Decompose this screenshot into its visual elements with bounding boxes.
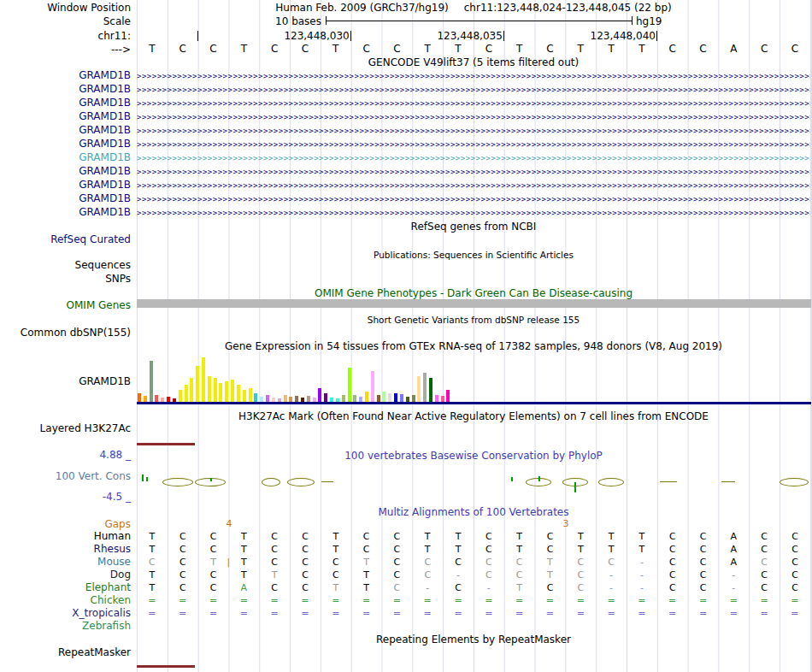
alignment-base bbox=[688, 620, 719, 633]
alignment-base: = bbox=[290, 607, 321, 620]
alignment-base: T bbox=[321, 543, 351, 556]
gene-transcript-row[interactable]: >>>>>>>>>>>>>>>>>>>>>>>>>>>>>>>>>>>>>>>>… bbox=[137, 110, 810, 124]
species-row-human: TCCTCCTCCTTCTCTTTCCACC bbox=[137, 530, 810, 543]
alignment-base: C bbox=[382, 569, 413, 581]
gtex-expression-chart[interactable] bbox=[137, 352, 810, 402]
track-label-snps[interactable]: SNPs bbox=[0, 273, 131, 285]
alignment-base: T bbox=[137, 581, 168, 594]
gene-label-gramd1b[interactable]: GRAMD1B bbox=[0, 138, 131, 150]
track-label-gtex-gene[interactable]: GRAMD1B bbox=[0, 375, 131, 387]
alignment-base: T bbox=[321, 581, 351, 594]
species-label-x_tropicalis[interactable]: X_tropicalis bbox=[0, 607, 131, 619]
track-label-h3k27ac[interactable]: Layered H3K27Ac bbox=[0, 422, 131, 434]
track-title-omim: OMIM Gene Phenotypes - Dark Green Can Be… bbox=[137, 287, 810, 299]
track-label-gaps[interactable]: Gaps bbox=[0, 518, 131, 530]
gene-label-gramd1b[interactable]: GRAMD1B bbox=[0, 206, 131, 218]
species-row-chicken: ====================== bbox=[137, 594, 810, 607]
gene-label-gramd1b[interactable]: GRAMD1B bbox=[0, 179, 131, 191]
alignment-base: C bbox=[780, 543, 810, 556]
track-label-sequences[interactable]: Sequences bbox=[0, 259, 131, 271]
alignment-base: C bbox=[504, 556, 535, 569]
alignment-base: C bbox=[168, 569, 198, 581]
alignment-base: C bbox=[657, 581, 688, 594]
alignment-base: T bbox=[259, 569, 290, 581]
gene-label-gramd1b[interactable]: GRAMD1B bbox=[0, 124, 131, 136]
gene-transcript-row[interactable]: >>>>>>>>>>>>>>>>>>>>>>>>>>>>>>>>>>>>>>>>… bbox=[137, 124, 810, 138]
species-label-human[interactable]: Human bbox=[0, 530, 131, 542]
gene-label-gramd1b[interactable]: GRAMD1B bbox=[0, 69, 131, 81]
alignment-base: = bbox=[718, 594, 749, 607]
gene-transcript-row[interactable]: >>>>>>>>>>>>>>>>>>>>>>>>>>>>>>>>>>>>>>>>… bbox=[137, 83, 810, 97]
species-label-mouse[interactable]: Mouse bbox=[0, 556, 131, 568]
omim-gene-bar[interactable] bbox=[137, 299, 811, 308]
gene-label-gramd1b[interactable]: GRAMD1B bbox=[0, 151, 131, 163]
species-row-zebrafish bbox=[137, 620, 810, 633]
phylop-ellipse bbox=[287, 478, 315, 486]
gene-label-gramd1b[interactable]: GRAMD1B bbox=[0, 97, 131, 109]
alignment-base: C bbox=[688, 581, 719, 594]
track-label-omim-genes[interactable]: OMIM Genes bbox=[0, 299, 131, 311]
alignment-base: T bbox=[228, 556, 259, 569]
track-label-common-dbsnp[interactable]: Common dbSNP(155) bbox=[0, 327, 131, 339]
base-letter: T bbox=[596, 43, 627, 56]
alignment-base: - bbox=[627, 556, 657, 569]
gene-label-gramd1b[interactable]: GRAMD1B bbox=[0, 83, 131, 95]
track-label-100-vert-cons[interactable]: 100 Vert. Cons bbox=[0, 470, 131, 482]
conservation-wiggle bbox=[137, 467, 810, 498]
gtex-bar bbox=[307, 396, 310, 402]
gtex-bar bbox=[423, 373, 427, 402]
gene-label-gramd1b[interactable]: GRAMD1B bbox=[0, 110, 131, 122]
gene-transcript-row[interactable]: >>>>>>>>>>>>>>>>>>>>>>>>>>>>>>>>>>>>>>>>… bbox=[137, 69, 810, 83]
ruler-tick-label: 123,448,030 bbox=[256, 30, 350, 42]
gene-label-gramd1b[interactable]: GRAMD1B bbox=[0, 165, 131, 177]
alignment-base: C bbox=[749, 543, 780, 556]
track-label-repeatmasker[interactable]: RepeatMasker bbox=[0, 646, 131, 658]
alignment-base: - bbox=[596, 581, 627, 594]
gene-label-gramd1b[interactable]: GRAMD1B bbox=[0, 192, 131, 204]
phylop-ellipse bbox=[262, 478, 280, 486]
species-label-elephant[interactable]: Elephant bbox=[0, 581, 131, 593]
alignment-base: T bbox=[351, 556, 382, 569]
ruler-tick-label: 123,448,035 bbox=[409, 30, 503, 42]
species-label-rhesus[interactable]: Rhesus bbox=[0, 543, 131, 555]
alignment-base: = bbox=[688, 607, 719, 620]
base-position-ruler[interactable]: 123,448,030123,448,035123,448,040 bbox=[137, 30, 810, 42]
gene-transcript-row[interactable]: >>>>>>>>>>>>>>>>>>>>>>>>>>>>>>>>>>>>>>>>… bbox=[137, 138, 810, 151]
track-title-multiz: Multiz Alignments of 100 Vertebrates bbox=[137, 506, 810, 518]
gtex-bar bbox=[155, 395, 158, 402]
gene-transcript-row[interactable]: >>>>>>>>>>>>>>>>>>>>>>>>>>>>>>>>>>>>>>>>… bbox=[137, 97, 810, 110]
species-label-dog[interactable]: Dog bbox=[0, 569, 131, 581]
alignment-base: - bbox=[596, 569, 627, 581]
gtex-bar bbox=[243, 390, 246, 402]
base-letter: C bbox=[657, 43, 688, 56]
alignment-base: = bbox=[504, 607, 535, 620]
gtex-bar bbox=[412, 395, 415, 402]
phylop-dash bbox=[321, 481, 333, 482]
alignment-base: = bbox=[657, 594, 688, 607]
species-label-chicken[interactable]: Chicken bbox=[0, 594, 131, 606]
track-title-h3k27ac: H3K27Ac Mark (Often Found Near Active Re… bbox=[137, 410, 810, 422]
alignment-base: T bbox=[535, 556, 566, 569]
base-letter: T bbox=[565, 43, 596, 56]
gene-transcript-row[interactable]: >>>>>>>>>>>>>>>>>>>>>>>>>>>>>>>>>>>>>>>>… bbox=[137, 179, 810, 192]
gene-transcript-row[interactable]: >>>>>>>>>>>>>>>>>>>>>>>>>>>>>>>>>>>>>>>>… bbox=[137, 192, 810, 206]
phylop-dash bbox=[721, 481, 735, 482]
species-label-zebrafish[interactable]: Zebrafish bbox=[0, 620, 131, 632]
alignment-base: C bbox=[351, 543, 382, 556]
alignment-base: T bbox=[565, 543, 596, 556]
gene-transcript-row[interactable]: >>>>>>>>>>>>>>>>>>>>>>>>>>>>>>>>>>>>>>>>… bbox=[137, 151, 810, 165]
alignment-base: C bbox=[321, 556, 351, 569]
track-title-repeatmasker: Repeating Elements by RepeatMasker bbox=[137, 634, 810, 645]
gene-transcript-row[interactable]: >>>>>>>>>>>>>>>>>>>>>>>>>>>>>>>>>>>>>>>>… bbox=[137, 165, 810, 179]
alignment-base: = bbox=[718, 607, 749, 620]
alignment-base: C bbox=[412, 569, 443, 581]
track-label-refseq-curated[interactable]: RefSeq Curated bbox=[0, 233, 131, 245]
alignment-base: C bbox=[290, 556, 321, 569]
alignment-base: = bbox=[504, 594, 535, 607]
scale-bases-text: 10 bases bbox=[137, 15, 321, 27]
base-letter: T bbox=[443, 43, 474, 56]
alignment-base: T bbox=[351, 581, 382, 594]
species-row-x_tropicalis: ====================== bbox=[137, 607, 810, 620]
gene-transcript-row[interactable]: >>>>>>>>>>>>>>>>>>>>>>>>>>>>>>>>>>>>>>>>… bbox=[137, 206, 810, 220]
alignment-base: C bbox=[749, 530, 780, 543]
